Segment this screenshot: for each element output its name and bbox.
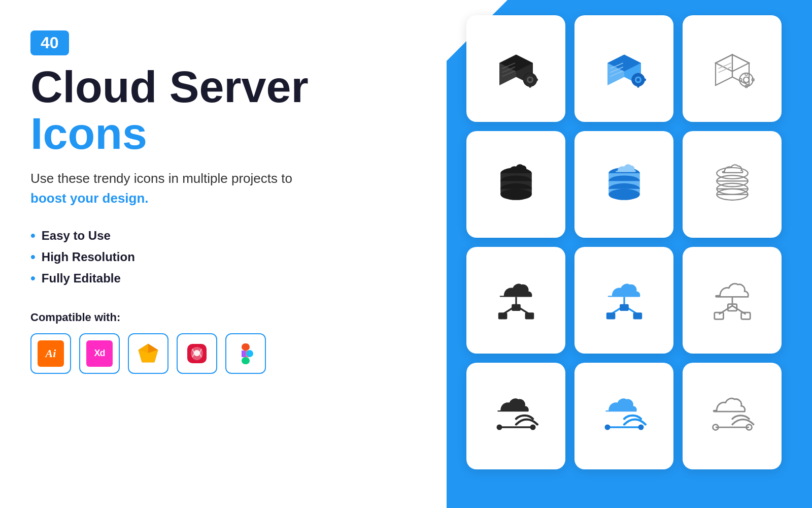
db-cloud-filled-icon (488, 156, 544, 212)
svg-rect-68 (512, 304, 521, 311)
svg-rect-22 (535, 79, 537, 81)
sketch-icon (135, 340, 161, 367)
svg-rect-72 (606, 312, 615, 319)
tool-craft (177, 333, 217, 374)
svg-rect-20 (529, 85, 531, 87)
icon-card-db-cloud-outline (683, 131, 782, 238)
icon-card-cloud-wifi-outline (683, 363, 782, 469)
svg-rect-74 (620, 304, 629, 311)
svg-point-18 (528, 78, 532, 82)
svg-rect-8 (242, 343, 250, 351)
title-line1: Cloud Server (30, 65, 325, 109)
tool-xd: Xd (79, 333, 120, 374)
craft-icon (184, 340, 210, 367)
subtitle-highlight: boost your design. (30, 190, 149, 206)
server-gear-blue-icon (596, 41, 652, 97)
db-cloud-outline-icon (704, 156, 760, 212)
tool-icons-row: Ai Xd (30, 333, 325, 374)
feature-item-3: Fully Editable (30, 271, 325, 285)
cloud-wifi-filled-icon (488, 388, 544, 444)
svg-rect-39 (739, 79, 741, 81)
svg-point-85 (604, 425, 610, 430)
server-gear-outline-icon (704, 41, 760, 97)
icon-card-cloud-network-outline (683, 247, 782, 354)
icon-card-cloud-wifi-filled (466, 363, 565, 469)
subtitle-plain: Use these trendy icons in multiple proje… (30, 171, 292, 186)
tool-sketch (128, 333, 168, 374)
title-line2: Icons (30, 109, 325, 158)
icon-card-cloud-wifi-blue (574, 363, 673, 469)
icon-card-db-cloud-filled (466, 131, 565, 238)
svg-point-28 (636, 78, 640, 82)
compatible-section: Compatible with: Ai Xd (30, 311, 325, 374)
svg-rect-37 (745, 73, 747, 75)
svg-point-47 (500, 189, 532, 200)
cloud-wifi-outline-icon (704, 388, 760, 444)
icon-card-server-gear-blue (574, 15, 673, 122)
left-content-area: 40 Cloud Server Icons Use these trendy i… (30, 30, 325, 374)
svg-rect-29 (637, 73, 639, 75)
feature-item-1: Easy to Use (30, 229, 325, 243)
svg-point-86 (638, 425, 644, 430)
cloud-network-filled-icon (488, 272, 544, 328)
db-cloud-blue-icon (596, 156, 652, 212)
icon-card-server-gear-outline (683, 15, 782, 122)
svg-point-83 (530, 425, 535, 430)
subtitle: Use these trendy icons in multiple proje… (30, 169, 325, 208)
svg-point-36 (743, 77, 749, 83)
svg-rect-21 (523, 79, 525, 81)
svg-rect-66 (498, 312, 507, 319)
svg-rect-11 (242, 357, 250, 364)
svg-rect-19 (529, 73, 531, 75)
cloud-network-blue-icon (596, 272, 652, 328)
count-badge: 40 (30, 30, 69, 55)
icon-card-cloud-network-filled (466, 247, 565, 354)
svg-rect-32 (644, 79, 646, 81)
server-gear-filled-icon (488, 41, 544, 97)
svg-rect-73 (633, 312, 642, 319)
svg-rect-67 (525, 312, 534, 319)
icon-grid (466, 15, 782, 469)
svg-rect-31 (631, 79, 633, 81)
features-list: Easy to Use High Resolution Fully Editab… (30, 229, 325, 285)
cloud-network-outline-icon (704, 272, 760, 328)
svg-point-10 (246, 350, 253, 357)
tool-figma (225, 333, 266, 374)
svg-point-82 (496, 425, 502, 430)
icon-card-server-gear-filled (466, 15, 565, 122)
svg-rect-30 (637, 85, 639, 87)
cloud-wifi-blue-icon (596, 388, 652, 444)
xd-icon: Xd (86, 340, 113, 367)
feature-item-2: High Resolution (30, 250, 325, 264)
icon-card-db-cloud-blue (574, 131, 673, 238)
svg-point-54 (608, 189, 640, 200)
ai-icon: Ai (38, 340, 64, 367)
icon-card-cloud-network-blue (574, 247, 673, 354)
tool-ai: Ai (30, 333, 71, 374)
figma-icon (232, 340, 259, 367)
svg-rect-12 (242, 351, 246, 357)
compatible-label: Compatible with: (30, 311, 325, 324)
